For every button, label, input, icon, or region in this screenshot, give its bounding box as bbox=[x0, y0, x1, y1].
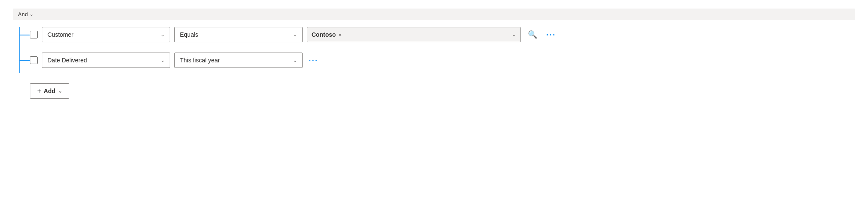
field-chevron-row1: ⌄ bbox=[161, 32, 165, 38]
operator-label-row1: Equals bbox=[180, 31, 198, 38]
field-label-row1: Customer bbox=[47, 31, 74, 38]
more-options-icon-row1: ··· bbox=[546, 30, 556, 40]
field-dropdown-row1[interactable]: Customer ⌄ bbox=[42, 27, 170, 42]
more-options-button-row1[interactable]: ··· bbox=[544, 27, 558, 42]
add-button[interactable]: + Add ⌄ bbox=[30, 83, 69, 99]
and-button[interactable]: And ⌄ bbox=[13, 9, 855, 20]
operator-chevron-row2: ⌄ bbox=[293, 58, 297, 63]
plus-icon: + bbox=[37, 87, 41, 95]
operator-dropdown-row1[interactable]: Equals ⌄ bbox=[174, 27, 303, 42]
value-tag-close-row1[interactable]: × bbox=[338, 32, 342, 38]
operator-dropdown-row2[interactable]: This fiscal year ⌄ bbox=[174, 53, 303, 68]
search-button-row1[interactable]: 🔍 bbox=[525, 27, 540, 42]
filter-row-2: Date Delivered ⌄ This fiscal year ⌄ ··· bbox=[30, 53, 855, 68]
and-label: And bbox=[18, 11, 28, 18]
row-2-checkbox[interactable] bbox=[30, 56, 38, 64]
value-dropdown-row1[interactable]: Contoso × ⌄ bbox=[307, 27, 521, 42]
more-options-button-row2[interactable]: ··· bbox=[307, 53, 320, 68]
more-options-icon-row2: ··· bbox=[309, 56, 318, 65]
value-tag-text-row1: Contoso bbox=[312, 31, 336, 38]
value-chevron-row1: ⌄ bbox=[512, 32, 516, 38]
field-dropdown-row2[interactable]: Date Delivered ⌄ bbox=[42, 53, 170, 68]
filter-container: And ⌄ Customer ⌄ Equals ⌄ Contoso × ⌄ bbox=[13, 9, 855, 99]
field-chevron-row2: ⌄ bbox=[161, 58, 165, 63]
add-row: + Add ⌄ bbox=[30, 82, 855, 99]
filter-row: Customer ⌄ Equals ⌄ Contoso × ⌄ 🔍 ··· bbox=[30, 27, 855, 42]
add-chevron-icon: ⌄ bbox=[58, 88, 62, 94]
add-label: Add bbox=[44, 88, 55, 94]
and-chevron-icon: ⌄ bbox=[29, 12, 33, 17]
value-tag-row1: Contoso × bbox=[312, 31, 341, 38]
row-1-checkbox[interactable] bbox=[30, 31, 38, 38]
filter-rows-section: Customer ⌄ Equals ⌄ Contoso × ⌄ 🔍 ··· bbox=[13, 27, 855, 99]
operator-label-row2: This fiscal year bbox=[180, 57, 220, 64]
operator-chevron-row1: ⌄ bbox=[293, 32, 297, 38]
search-icon: 🔍 bbox=[528, 30, 537, 39]
field-label-row2: Date Delivered bbox=[47, 57, 87, 64]
